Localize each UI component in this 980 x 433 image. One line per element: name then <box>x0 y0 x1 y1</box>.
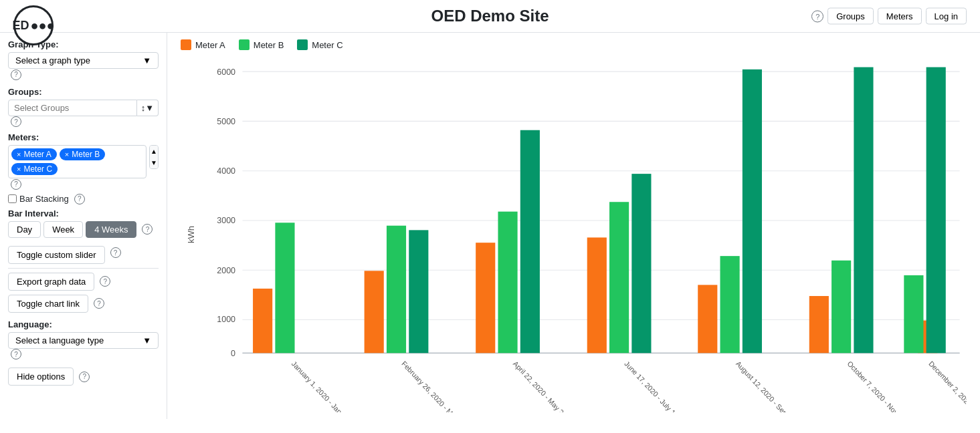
meter-tag-c[interactable]: × Meter C <box>11 163 58 175</box>
legend-label-meter-c: Meter C <box>312 40 342 50</box>
bar-g6-b <box>831 261 851 353</box>
export-help[interactable]: ? <box>100 276 110 287</box>
graph-type-caret: ▼ <box>142 55 151 65</box>
bar-interval-help[interactable]: ? <box>142 224 153 235</box>
legend-color-meter-c <box>297 39 308 50</box>
x-label-6: October 7, 2020 - November 4, 2020 <box>846 359 932 412</box>
meter-tag-b[interactable]: × Meter B <box>60 148 105 160</box>
meters-row: × Meter A × Meter B × Meter C ▲ ▼ <box>8 145 159 178</box>
bar-g3-c <box>520 130 540 353</box>
meter-c-remove[interactable]: × <box>17 165 21 173</box>
logo: ED ●●● <box>13 5 54 45</box>
logo-circle: ED ●●● <box>13 5 54 45</box>
hide-options-row: Hide options ? <box>8 368 159 386</box>
language-caret: ▼ <box>142 335 151 345</box>
groups-button[interactable]: Groups <box>827 8 874 25</box>
meters-label: Meters: <box>8 132 159 142</box>
language-dropdown[interactable]: Select a language type ▼ <box>8 332 159 349</box>
bar-g3-b <box>498 212 517 353</box>
legend-label-meter-b: Meter B <box>254 40 284 50</box>
bar-stacking-help[interactable]: ? <box>74 194 85 204</box>
bar-g6-a <box>809 296 829 353</box>
bar-stacking-row: Bar Stacking ? <box>8 194 159 204</box>
svg-text:0: 0 <box>231 347 235 357</box>
graph-type-help[interactable]: ? <box>11 69 21 80</box>
header-help-icon[interactable]: ? <box>811 10 823 22</box>
bar-g5-c <box>743 69 762 353</box>
x-label-1: January 1, 2020 - January 29, 2020 <box>290 359 373 412</box>
meters-help[interactable]: ? <box>11 179 21 190</box>
toggle-chart-link-btn[interactable]: Toggle chart link <box>8 295 88 313</box>
x-label-7: December 2, 2020 - December 30, 2020 <box>927 359 967 412</box>
svg-text:6000: 6000 <box>217 66 235 76</box>
legend-meter-b: Meter B <box>239 39 284 50</box>
header-actions: ? Groups Meters Log in <box>811 8 967 25</box>
groups-select-container: ↕ ▼ <box>8 100 159 116</box>
legend-meter-c: Meter C <box>297 39 342 50</box>
bar-g4-a <box>587 237 607 353</box>
chart-area: Meter A Meter B Meter C kWh <box>167 33 980 419</box>
svg-text:1000: 1000 <box>217 313 235 323</box>
svg-text:5000: 5000 <box>217 116 235 126</box>
bar-g6-c <box>854 67 873 353</box>
bar-chart: 0 1000 2000 3000 4000 5000 6000 <box>201 57 967 412</box>
custom-slider-row: Toggle custom slider ? <box>8 242 159 264</box>
legend-color-meter-a <box>181 39 191 50</box>
toggle-custom-slider-btn[interactable]: Toggle custom slider <box>8 246 105 264</box>
header: ED ●●● OED Demo Site ? Groups Meters Log… <box>0 0 980 33</box>
logo-text: ED <box>12 19 29 33</box>
custom-slider-help[interactable]: ? <box>110 247 121 258</box>
groups-help[interactable]: ? <box>11 116 21 127</box>
bar-g4-b <box>609 202 629 353</box>
graph-type-placeholder: Select a graph type <box>15 55 90 65</box>
meters-scroll-down[interactable]: ▼ <box>150 157 158 168</box>
bar-g1-b <box>275 223 294 353</box>
page-title: OED Demo Site <box>431 7 549 25</box>
meter-tag-a[interactable]: × Meter A <box>11 148 57 160</box>
language-placeholder: Select a language type <box>15 335 104 345</box>
bar-g5-a <box>698 285 717 353</box>
toggle-chart-row: Toggle chart link ? <box>8 295 159 313</box>
hide-options-help[interactable]: ? <box>79 372 90 382</box>
bar-stacking-label: Bar Stacking <box>19 194 69 204</box>
meters-container: × Meter A × Meter B × Meter C <box>8 145 146 178</box>
language-help[interactable]: ? <box>11 349 21 359</box>
bar-g7-b <box>904 275 923 353</box>
bar-g5-b <box>720 256 740 353</box>
divider-1 <box>8 268 159 269</box>
graph-type-dropdown[interactable]: Select a graph type ▼ <box>8 52 159 69</box>
export-graph-btn[interactable]: Export graph data <box>8 273 94 291</box>
chart-svg-container: 0 1000 2000 3000 4000 5000 6000 <box>201 57 967 412</box>
interval-week[interactable]: Week <box>43 221 83 238</box>
bar-stacking-checkbox[interactable] <box>8 194 17 203</box>
chart-wrapper: kWh 0 1000 2000 3000 4000 <box>181 57 967 412</box>
meter-b-remove[interactable]: × <box>65 150 69 158</box>
toggle-chart-help[interactable]: ? <box>94 298 104 309</box>
bar-g4-c <box>631 174 651 353</box>
groups-caret-icon: ▼ <box>145 103 154 113</box>
bar-g1-a <box>253 289 272 353</box>
interval-day[interactable]: Day <box>8 221 41 238</box>
export-row: Export graph data ? <box>8 273 159 291</box>
legend-meter-a: Meter A <box>181 39 225 50</box>
interval-4weeks[interactable]: 4 Weeks <box>86 221 136 238</box>
svg-text:3000: 3000 <box>217 215 235 225</box>
groups-dropdown-arrow[interactable]: ↕ ▼ <box>137 100 159 116</box>
groups-label: Groups: <box>8 87 159 97</box>
bar-g2-c <box>409 230 428 353</box>
groups-input[interactable] <box>8 100 137 116</box>
meters-button[interactable]: Meters <box>878 8 922 25</box>
main-layout: Graph Type: Select a graph type ▼ ? Grou… <box>0 33 980 419</box>
bar-g3-a <box>476 243 495 353</box>
bar-interval-buttons: Day Week 4 Weeks ? <box>8 221 159 238</box>
language-label: Language: <box>8 319 159 329</box>
meter-a-remove[interactable]: × <box>17 150 21 158</box>
y-axis-label: kWh <box>181 57 201 412</box>
login-button[interactable]: Log in <box>926 8 967 25</box>
bar-interval-label: Bar Interval: <box>8 208 159 219</box>
svg-text:2000: 2000 <box>217 265 235 275</box>
meters-scroll-up[interactable]: ▲ <box>150 146 158 157</box>
legend-label-meter-a: Meter A <box>195 40 225 50</box>
x-label-3: April 22, 2020 - May 20, 2020 <box>512 359 582 412</box>
hide-options-btn[interactable]: Hide options <box>8 368 74 386</box>
